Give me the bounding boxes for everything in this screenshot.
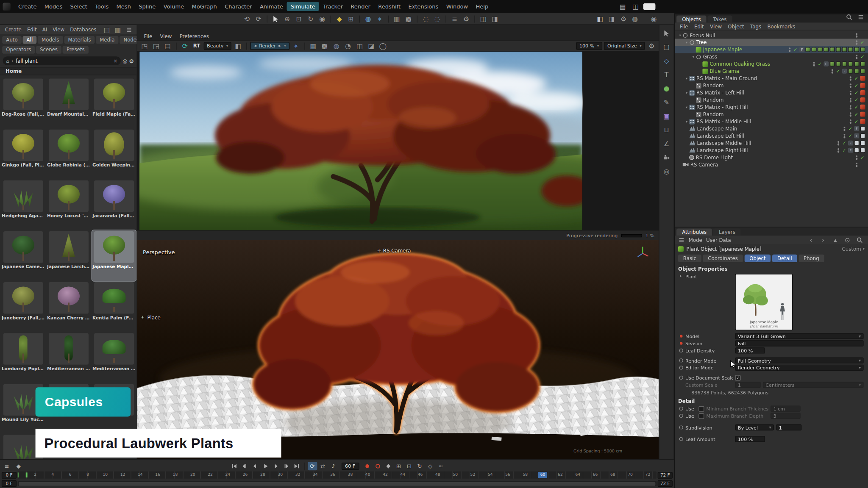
- clear-search-icon[interactable]: ×: [113, 58, 117, 64]
- visibility-dots[interactable]: [849, 91, 851, 95]
- texture-tag[interactable]: [848, 61, 853, 67]
- visibility-dots[interactable]: [843, 133, 846, 138]
- record-pla-button[interactable]: ≈: [436, 462, 445, 470]
- parent-up-icon[interactable]: ▴: [830, 235, 840, 245]
- texture-tag[interactable]: [836, 47, 841, 52]
- texture-tag[interactable]: [805, 47, 810, 52]
- previous-frame-button[interactable]: [250, 462, 259, 470]
- object-row-rs-matrix-main-ground[interactable]: ▾RS Matrix - Main Ground✓: [675, 75, 868, 82]
- keyframe-marker[interactable]: [679, 358, 683, 362]
- asset-item-mediterranean-cypress-fall-plant[interactable]: Mediterranean Cypress (Fall, Plant): [47, 332, 91, 383]
- visibility-dots[interactable]: [849, 112, 851, 116]
- asset-item-mediterranean-dwarf-palm-fall-plant[interactable]: Mediterranean Dwarf Palm (Fall, Plant): [92, 332, 136, 383]
- minimum-branch-thickness-use-checkbox[interactable]: [698, 406, 704, 411]
- keyframe-marker[interactable]: [679, 376, 683, 380]
- om-menu-bookmarks[interactable]: Bookmarks: [765, 22, 798, 30]
- texture-tag[interactable]: [812, 47, 817, 52]
- clay-render-icon[interactable]: ◍: [331, 41, 342, 51]
- last-tool-icon[interactable]: ◉: [317, 14, 327, 24]
- redshift-tag[interactable]: [860, 83, 865, 88]
- preview-range-bar[interactable]: [19, 482, 655, 485]
- ab-menu-databases[interactable]: Databases: [68, 26, 99, 33]
- plant-preview[interactable]: Japanese Maple (Acer palmatum): [735, 274, 793, 330]
- asset-item-honey-locust-sunburst-fall-plant[interactable]: Honey Locust 'Sunburst' (Fall, Plant): [47, 179, 91, 230]
- axis-mode-icon[interactable]: ◆: [334, 14, 345, 24]
- annotation-icon[interactable]: ◎: [661, 166, 672, 177]
- model-dropdown[interactable]: Variant 3 Full-Grown▾: [735, 333, 864, 339]
- pingpong-mode-button[interactable]: ⇄: [318, 462, 327, 470]
- asset-item-globe-robinia-fall-plant[interactable]: Globe Robinia (Fall, Plant): [47, 128, 91, 179]
- season-dropdown[interactable]: Fall: [735, 340, 864, 346]
- world-local-icon[interactable]: ⊞: [346, 14, 356, 24]
- om-menu-tags[interactable]: Tags: [747, 22, 764, 30]
- keyframe-marker[interactable]: [679, 407, 683, 410]
- object-row-rs-camera[interactable]: RS Camera: [675, 161, 868, 168]
- texture-tag[interactable]: [848, 69, 853, 74]
- enable-check[interactable]: ✓: [793, 47, 798, 52]
- isolate-view-icon[interactable]: ◨: [490, 14, 500, 24]
- object-row-landscape-main[interactable]: Landscape Main✓F: [675, 125, 868, 132]
- breadcrumb[interactable]: Home: [0, 67, 137, 75]
- false-color-icon[interactable]: ◯: [378, 41, 388, 51]
- record-position-button[interactable]: ⊞: [394, 462, 403, 470]
- redshift-tag[interactable]: [860, 112, 865, 117]
- user-data-menu[interactable]: User Data: [706, 237, 731, 243]
- enable-check[interactable]: ✓: [854, 75, 859, 81]
- record-rotation-button[interactable]: ↻: [415, 462, 424, 470]
- object-row-rs-matrix-middle-hill[interactable]: ▾RS Matrix - Middle Hill✓: [675, 118, 868, 125]
- camera-label[interactable]: ✛RS Camera: [377, 248, 411, 253]
- goto-start-button[interactable]: [229, 462, 238, 470]
- fields-tag[interactable]: F: [799, 47, 804, 52]
- texture-tag[interactable]: [860, 61, 865, 67]
- breadcrumb-home[interactable]: Home: [6, 68, 22, 74]
- range-end-field[interactable]: 72 F: [658, 480, 673, 487]
- menu-tracker[interactable]: Tracker: [319, 2, 347, 11]
- menu-mesh[interactable]: Mesh: [112, 2, 135, 11]
- texture-tag[interactable]: [854, 47, 859, 52]
- compare-ab-icon[interactable]: ◫: [355, 41, 365, 51]
- enable-check[interactable]: ✓: [835, 68, 841, 74]
- rv-menu-preferences[interactable]: Preferences: [176, 32, 212, 40]
- size-dropdown[interactable]: Original Size▾: [604, 42, 645, 50]
- visibility-dots[interactable]: [849, 76, 851, 80]
- menu-help[interactable]: Help: [472, 2, 492, 11]
- visibility-dots[interactable]: [831, 69, 833, 73]
- menu-redshift[interactable]: Redshift: [374, 2, 404, 11]
- keyframe-marker[interactable]: [679, 437, 683, 441]
- section-tab-phong[interactable]: Phong: [798, 255, 824, 262]
- section-tab-coordinates[interactable]: Coordinates: [703, 255, 743, 262]
- chevron-right-icon[interactable]: ›: [11, 58, 14, 64]
- am-panel-menu-icon[interactable]: [678, 236, 685, 243]
- redo-icon[interactable]: ⟳: [253, 14, 264, 24]
- menu-select[interactable]: Select: [66, 2, 91, 11]
- section-tab-detail[interactable]: Detail: [772, 255, 797, 262]
- texture-tag[interactable]: [854, 141, 859, 146]
- material-sphere-icon[interactable]: ◉: [649, 14, 659, 24]
- current-frame-field[interactable]: 60 F: [341, 462, 359, 469]
- object-row-tree[interactable]: ▾Tree✓: [675, 39, 868, 46]
- om-tab-takes[interactable]: Takes: [707, 16, 732, 23]
- asset-item-dog-rose-fall-plant[interactable]: Dog-Rose (Fall, Plant): [1, 78, 45, 128]
- menu-mograph[interactable]: MoGraph: [188, 2, 221, 11]
- keyframe-marker[interactable]: [679, 349, 683, 352]
- tool-toggle-a-icon[interactable]: ◌: [421, 14, 431, 24]
- enable-check[interactable]: ✓: [854, 111, 859, 117]
- loop-mode-button[interactable]: ⟳: [308, 462, 317, 470]
- keyframe-marker[interactable]: [679, 335, 683, 338]
- category-tab-presets[interactable]: Presets: [63, 46, 89, 53]
- sound-toggle-button[interactable]: ♪: [328, 462, 338, 470]
- ruler-start-field[interactable]: 0 F: [2, 471, 17, 478]
- visibility-dots[interactable]: [837, 148, 840, 152]
- panel-menu-icon[interactable]: [124, 25, 134, 35]
- object-row-blue-grama[interactable]: Blue Grama✓F: [675, 67, 868, 75]
- filter-tab-models[interactable]: Models: [38, 36, 63, 44]
- thumbnail-view-icon[interactable]: ▤: [102, 25, 112, 35]
- asset-item-lombardy-poplar-fall-plant[interactable]: Lombardy Poplar (Fall, Plant): [1, 332, 45, 383]
- asset-item-japanese-maple-fall-plant[interactable]: Japanese Maple (Fall, Plant): [92, 230, 136, 281]
- menu-render[interactable]: Render: [347, 2, 374, 11]
- expand-caret[interactable]: ▾: [678, 33, 683, 37]
- maximum-branch-depth-field[interactable]: 3: [771, 413, 801, 419]
- grid-overlay-icon[interactable]: ▦: [308, 41, 318, 51]
- texture-tag[interactable]: [848, 47, 853, 52]
- checker-background-icon[interactable]: ▩: [320, 41, 330, 51]
